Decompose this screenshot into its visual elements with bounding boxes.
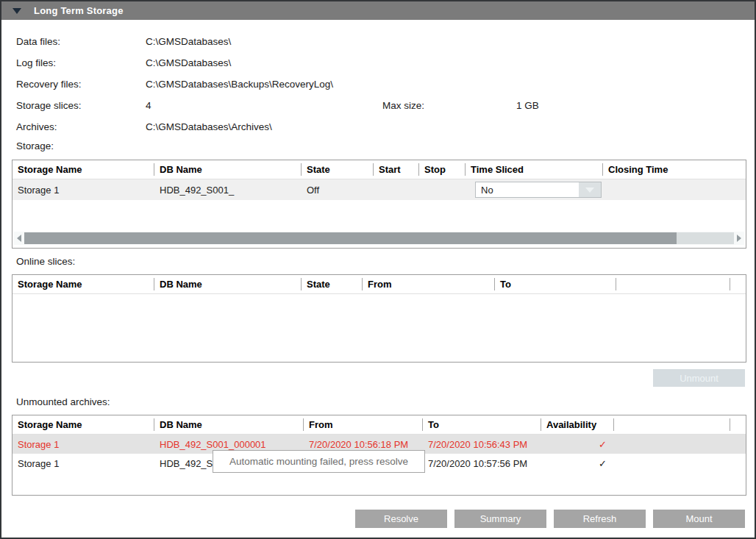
field-value: 4 [146, 100, 151, 111]
cell-to: 7/20/2020 10:57:56 PM [423, 458, 541, 469]
online-slices-table-header: Storage Name DB Name State From To [13, 275, 746, 294]
column-header-db-name[interactable]: DB Name [154, 160, 302, 179]
unmounted-archives-section-label: Unmounted archives: [16, 396, 110, 407]
time-sliced-dropdown[interactable]: No [475, 182, 602, 198]
long-term-storage-panel: Long Term Storage Data files: C:\GMSData… [0, 0, 756, 539]
column-header-db-name[interactable]: DB Name [154, 415, 304, 434]
column-header-db-name[interactable]: DB Name [154, 275, 302, 293]
resolve-button[interactable]: Resolve [355, 510, 447, 528]
cell-storage-name: Storage 1 [13, 458, 154, 469]
cell-storage-name: Storage 1 [13, 185, 154, 196]
field-label: Max size: [382, 100, 516, 111]
field-storage-slices: Storage slices: 4 [16, 95, 333, 116]
column-header-start[interactable]: Start [374, 160, 419, 179]
field-value: C:\GMSDatabases\Archives\ [146, 121, 272, 132]
field-max-size: Max size: 1 GB [382, 95, 539, 116]
column-header-state[interactable]: State [302, 160, 374, 179]
field-label: Storage slices: [16, 100, 146, 111]
column-header-from[interactable]: From [363, 275, 495, 293]
mount-button[interactable]: Mount [653, 510, 745, 528]
column-header-time-sliced[interactable]: Time Sliced [466, 160, 603, 179]
cell-from: 7/20/2020 10:56:18 PM [304, 439, 423, 450]
cell-db-name: HDB_492_S001_000001 [154, 439, 304, 450]
field-value: C:\GMSDatabases\Backups\RecoveryLog\ [146, 79, 333, 90]
field-value: C:\GMSDatabases\ [146, 36, 231, 47]
scrollbar-thumb[interactable] [24, 232, 677, 244]
unmounted-archives-table-header: Storage Name DB Name From To Availabilit… [13, 415, 746, 435]
storage-table-row[interactable]: Storage 1 HDB_492_S001_ Off No [13, 179, 746, 200]
field-value: C:\GMSDatabases\ [146, 57, 231, 68]
storage-table-header: Storage Name DB Name State Start Stop Ti… [13, 160, 746, 179]
column-header-empty[interactable] [614, 415, 730, 434]
storage-table: Storage Name DB Name State Start Stop Ti… [12, 160, 746, 249]
chevron-down-icon [585, 188, 594, 193]
column-header-availability[interactable]: Availability [541, 415, 614, 434]
column-header-storage-name[interactable]: Storage Name [13, 275, 154, 293]
time-sliced-dropdown-button[interactable] [579, 182, 601, 197]
scroll-left-icon[interactable] [14, 232, 24, 245]
tooltip: Automatic mounting failed, press resolve [213, 450, 425, 473]
field-value: 1 GB [516, 100, 539, 111]
column-header-state[interactable]: State [302, 275, 363, 293]
field-log-files: Log files: C:\GMSDatabases\ [16, 52, 333, 74]
column-header-storage-name[interactable]: Storage Name [13, 415, 154, 434]
column-header-to[interactable]: To [495, 275, 616, 293]
field-label: Log files: [16, 57, 146, 68]
column-header-spacer [730, 275, 746, 293]
cell-storage-name: Storage 1 [13, 439, 154, 450]
column-header-from[interactable]: From [304, 415, 423, 434]
column-header-to[interactable]: To [423, 415, 541, 434]
availability-check-icon: ✓ [541, 439, 614, 450]
storage-section-label: Storage: [16, 140, 54, 151]
cell-time-sliced: No [466, 182, 603, 198]
collapse-triangle-icon[interactable] [13, 8, 21, 14]
column-header-spacer [730, 415, 746, 434]
cell-db-name: HDB_492_S001_ [154, 185, 302, 196]
section-title: Long Term Storage [34, 5, 124, 16]
field-label: Archives: [16, 121, 146, 132]
scroll-right-icon[interactable] [734, 232, 744, 245]
field-label: Data files: [16, 36, 146, 47]
storage-horizontal-scrollbar[interactable] [14, 232, 744, 245]
availability-check-icon: ✓ [541, 458, 614, 469]
summary-button[interactable]: Summary [454, 510, 546, 528]
info-fields: Data files: C:\GMSDatabases\ Log files: … [16, 31, 333, 138]
section-header[interactable]: Long Term Storage [1, 1, 755, 20]
tooltip-text: Automatic mounting failed, press resolve [229, 456, 408, 467]
column-header-empty[interactable] [616, 275, 730, 293]
online-slices-table: Storage Name DB Name State From To [12, 274, 746, 363]
online-slices-section-label: Online slices: [16, 256, 75, 267]
column-header-stop[interactable]: Stop [419, 160, 466, 179]
column-header-closing-time[interactable]: Closing Time [603, 160, 746, 179]
scrollbar-track[interactable] [677, 232, 734, 244]
refresh-button[interactable]: Refresh [554, 510, 646, 528]
field-archives: Archives: C:\GMSDatabases\Archives\ [16, 116, 333, 138]
cell-state: Off [302, 185, 374, 196]
field-data-files: Data files: C:\GMSDatabases\ [16, 31, 333, 52]
cell-to: 7/20/2020 10:56:43 PM [423, 439, 541, 450]
field-recovery-files: Recovery files: C:\GMSDatabases\Backups\… [16, 74, 333, 95]
column-header-storage-name[interactable]: Storage Name [13, 160, 154, 179]
field-label: Recovery files: [16, 79, 146, 90]
unmount-button[interactable]: Unmount [653, 369, 745, 387]
time-sliced-dropdown-value: No [476, 182, 579, 197]
